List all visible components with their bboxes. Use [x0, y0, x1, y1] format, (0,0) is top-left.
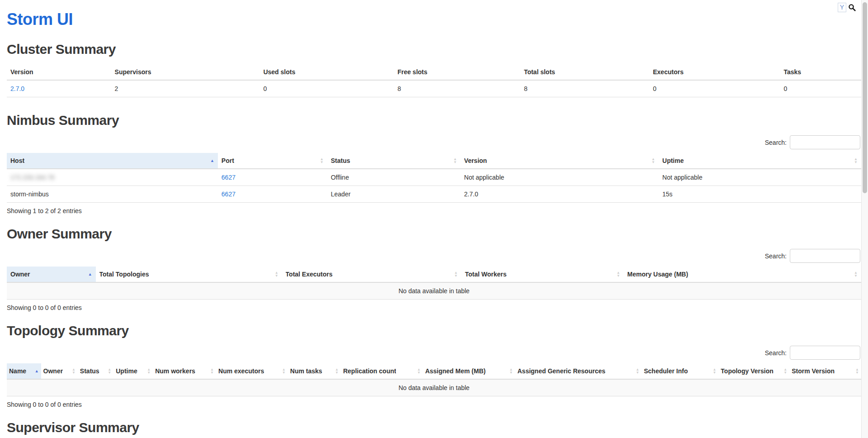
nimbus-uptime-value: Not applicable — [659, 169, 861, 186]
nimbus-search-label: Search: — [765, 139, 787, 146]
column-header-status[interactable]: Status ▲▼ — [327, 153, 461, 169]
nimbus-port-link[interactable]: 6627 — [222, 190, 236, 198]
column-header-version: Version — [7, 64, 111, 80]
topology-summary-table: Name ▲ Owner ▲▼ Status ▲▼ Uptime ▲▼ Num … — [7, 363, 861, 396]
column-header-version[interactable]: Version ▲▼ — [461, 153, 659, 169]
owner-summary-table: Owner ▲ Total Topologies ▲▼ Total Execut… — [7, 267, 861, 300]
sort-asc-icon: ▲ — [210, 159, 214, 163]
column-header-total-executors[interactable]: Total Executors ▲▼ — [282, 267, 462, 282]
search-icon[interactable] — [848, 4, 856, 12]
topology-search-label: Search: — [765, 349, 787, 357]
nimbus-search-input[interactable] — [790, 135, 860, 149]
column-header-num-tasks[interactable]: Num tasks ▲▼ — [288, 363, 341, 379]
column-header-owner[interactable]: Owner ▲▼ — [41, 363, 78, 379]
topology-entries-info: Showing 0 to 0 of 0 entries — [7, 401, 861, 408]
empty-table-message: No data available in table — [7, 282, 861, 300]
sort-icon: ▲▼ — [651, 157, 655, 164]
column-header-name[interactable]: Name ▲ — [7, 363, 41, 379]
column-header-storm-version[interactable]: Storm Version ▲▼ — [789, 363, 861, 379]
nimbus-status-value: Offline — [327, 169, 461, 186]
column-header-supervisors: Supervisors — [111, 64, 260, 80]
nimbus-status-value: Leader — [327, 186, 461, 203]
topbar: Y — [838, 3, 856, 12]
column-header-total-slots: Total slots — [520, 64, 649, 80]
sort-icon: ▲▼ — [636, 368, 639, 374]
column-header-num-workers[interactable]: Num workers ▲▼ — [153, 363, 216, 379]
owner-header-row: Owner ▲ Total Topologies ▲▼ Total Execut… — [7, 267, 861, 282]
sort-icon: ▲▼ — [783, 368, 787, 374]
sort-icon: ▲▼ — [282, 368, 286, 374]
topology-header-row: Name ▲ Owner ▲▼ Status ▲▼ Uptime ▲▼ Num … — [7, 363, 861, 379]
owner-search-label: Search: — [765, 252, 787, 260]
sort-icon: ▲▼ — [108, 368, 111, 374]
cluster-data-row: 2.7.0 2 0 8 8 0 0 — [7, 80, 861, 97]
nimbus-summary-heading: Nimbus Summary — [7, 113, 861, 128]
column-header-scheduler-info[interactable]: Scheduler Info ▲▼ — [642, 363, 718, 379]
sort-icon: ▲▼ — [454, 271, 458, 277]
nimbus-version-value: 2.7.0 — [461, 186, 659, 203]
cluster-summary-heading: Cluster Summary — [7, 42, 861, 57]
nimbus-version-value: Not applicable — [461, 169, 659, 186]
column-header-topology-version[interactable]: Topology Version ▲▼ — [718, 363, 789, 379]
cluster-version-link[interactable]: 2.7.0 — [10, 85, 24, 92]
owner-entries-info: Showing 0 to 0 of 0 entries — [7, 304, 861, 311]
topology-empty-row: No data available in table — [7, 379, 861, 396]
sort-icon: ▲▼ — [712, 368, 716, 374]
storm-ui-page: Storm UI Cluster Summary Version Supervi… — [0, 10, 868, 438]
column-header-used-slots: Used slots — [259, 64, 394, 80]
owner-search: Search: — [7, 249, 860, 263]
sort-icon: ▲▼ — [275, 271, 278, 277]
column-header-host[interactable]: Host ▲ — [7, 153, 218, 169]
supervisor-summary-heading: Supervisor Summary — [7, 420, 861, 435]
column-header-uptime[interactable]: Uptime ▲▼ — [659, 153, 861, 169]
nimbus-summary-table: Host ▲ Port ▲▼ Status ▲▼ Version ▲▼ Upti… — [7, 153, 861, 203]
empty-table-message: No data available in table — [7, 379, 861, 396]
nimbus-row: 172.233.164.78 6627 Offline Not applicab… — [7, 169, 861, 186]
nimbus-row: storm-nimbus 6627 Leader 2.7.0 15s — [7, 186, 861, 203]
column-header-replication-count[interactable]: Replication count ▲▼ — [341, 363, 423, 379]
sort-icon: ▲▼ — [509, 368, 513, 374]
nimbus-port-link[interactable]: 6627 — [222, 174, 236, 181]
column-header-total-workers[interactable]: Total Workers ▲▼ — [461, 267, 623, 282]
column-header-executors: Executors — [649, 64, 780, 80]
nimbus-uptime-value: 15s — [659, 186, 861, 203]
column-header-total-topologies[interactable]: Total Topologies ▲▼ — [96, 267, 282, 282]
page-scrollbar-track[interactable] — [861, 0, 868, 438]
sort-icon: ▲▼ — [72, 368, 75, 374]
column-header-port[interactable]: Port ▲▼ — [218, 153, 327, 169]
column-header-owner[interactable]: Owner ▲ — [7, 267, 96, 282]
column-header-status[interactable]: Status ▲▼ — [78, 363, 113, 379]
sort-icon: ▲▼ — [210, 368, 214, 374]
quick-filter-input[interactable]: Y — [838, 3, 846, 12]
column-header-num-executors[interactable]: Num executors ▲▼ — [216, 363, 288, 379]
nimbus-entries-info: Showing 1 to 2 of 2 entries — [7, 207, 861, 214]
sort-icon: ▲▼ — [147, 368, 151, 374]
sort-icon: ▲▼ — [453, 157, 457, 164]
sort-icon: ▲▼ — [617, 271, 620, 277]
page-scrollbar-thumb[interactable] — [863, 2, 867, 193]
sort-icon: ▲▼ — [855, 368, 859, 374]
cluster-header-row: Version Supervisors Used slots Free slot… — [7, 64, 861, 80]
nimbus-search: Search: — [7, 135, 860, 149]
column-header-uptime[interactable]: Uptime ▲▼ — [113, 363, 153, 379]
owner-search-input[interactable] — [790, 249, 860, 263]
cluster-tasks-value: 0 — [780, 80, 861, 97]
cluster-summary-table: Version Supervisors Used slots Free slot… — [7, 64, 861, 97]
topology-search-input[interactable] — [790, 346, 860, 360]
sort-icon: ▲▼ — [854, 157, 858, 164]
column-header-free-slots: Free slots — [394, 64, 520, 80]
nimbus-header-row: Host ▲ Port ▲▼ Status ▲▼ Version ▲▼ Upti… — [7, 153, 861, 169]
page-title[interactable]: Storm UI — [7, 10, 861, 29]
nimbus-host-value: storm-nimbus — [7, 186, 218, 203]
sort-icon: ▲▼ — [417, 368, 420, 374]
column-header-memory-usage[interactable]: Memory Usage (MB) ▲▼ — [624, 267, 861, 282]
owner-empty-row: No data available in table — [7, 282, 861, 300]
cluster-total-slots-value: 8 — [520, 80, 649, 97]
sort-asc-icon: ▲ — [88, 272, 92, 276]
cluster-used-slots-value: 0 — [259, 80, 394, 97]
column-header-assigned-generic-resources[interactable]: Assigned Generic Resources ▲▼ — [515, 363, 642, 379]
cluster-executors-value: 0 — [649, 80, 780, 97]
nimbus-host-redacted: 172.233.164.78 — [10, 174, 54, 181]
column-header-tasks: Tasks — [780, 64, 861, 80]
column-header-assigned-mem[interactable]: Assigned Mem (MB) ▲▼ — [423, 363, 515, 379]
